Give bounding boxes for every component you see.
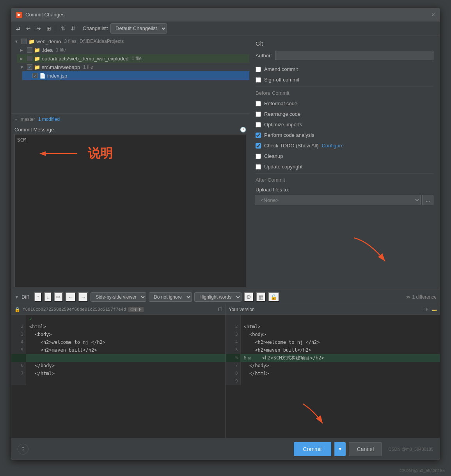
- expand-icon: ▶: [20, 48, 25, 52]
- configure-link[interactable]: Configure: [322, 143, 344, 149]
- root-checkbox[interactable]: [21, 39, 27, 44]
- diff-up-icon[interactable]: ↑: [34, 292, 42, 302]
- diff-down-icon[interactable]: ↓: [44, 292, 51, 302]
- line-num: 4: [226, 338, 241, 346]
- redo-icon[interactable]: ↪: [35, 25, 43, 32]
- commit-arrow-svg: [346, 234, 393, 265]
- tree-webapp[interactable]: ▼ 📁 src\main\webapp 1 file: [17, 63, 249, 71]
- commit-message-section: Commit Message 🕐 SCM: [11, 124, 249, 290]
- amend-commit-checkbox[interactable]: [256, 67, 261, 72]
- reformat-code-row: Reformat code: [256, 100, 433, 107]
- bottom-bar: ? Commit ▼ Cancel CSDN @m0_59430185: [11, 438, 440, 460]
- project-name: web_demo: [36, 39, 61, 44]
- upload-select[interactable]: <None>: [256, 195, 421, 205]
- expand-icon: ▶: [20, 57, 25, 61]
- webapp-checkbox[interactable]: [27, 64, 32, 70]
- left-panel: ▼ 📁 web_demo 3 files D:\IDEA\IdeaProject…: [11, 35, 249, 290]
- optimize-imports-checkbox[interactable]: [256, 122, 261, 127]
- reformat-code-checkbox[interactable]: [256, 101, 261, 106]
- upload-dots-button[interactable]: ...: [422, 195, 433, 205]
- rearrange-code-row: Rearrange code: [256, 110, 433, 118]
- diff-section: ▼ Diff ↑ ↓ ✏ ← → Side-by-side viewer Do …: [11, 290, 440, 438]
- lock-diff-icon[interactable]: 🔒: [268, 292, 279, 302]
- left-line-8: 7 </html>: [11, 370, 226, 377]
- line-num: 2: [226, 323, 241, 331]
- diff-left-icon[interactable]: ←: [66, 292, 76, 302]
- idea-name: .idea: [42, 47, 53, 53]
- status-bar: ⑂ master 1 modified: [11, 113, 249, 124]
- line-content: <body>: [26, 331, 226, 338]
- diff-count: ≫ 1 difference: [406, 294, 437, 300]
- tree-artifacts[interactable]: ▶ 📁 out\artifacts\web_demo_war_exploded …: [17, 54, 249, 63]
- upload-label: Upload files to:: [256, 187, 433, 193]
- tree-index-jsp[interactable]: 📄 index.jsp: [22, 71, 249, 80]
- columns-icon[interactable]: ▦: [256, 292, 266, 302]
- tree-idea[interactable]: ▶ 📁 .idea 1 file: [17, 46, 249, 54]
- sync-icon[interactable]: ⇄: [14, 25, 22, 32]
- perform-analysis-checkbox[interactable]: [256, 133, 261, 138]
- lock-icon: 🔒: [14, 307, 20, 312]
- changelist-select[interactable]: Default Changelist: [110, 23, 167, 34]
- line-content: [26, 377, 226, 385]
- jsp-file-icon: 📄: [39, 73, 46, 79]
- commit-msg-header: Commit Message 🕐: [14, 127, 246, 133]
- line-content: [241, 315, 440, 323]
- diff-right-lines: 2 <html> 3 <body> 4 <h2>welcome to nj </…: [226, 315, 440, 385]
- webapp-name: src\main\webapp: [42, 64, 80, 70]
- group-icon[interactable]: ⊞: [45, 25, 53, 32]
- artifacts-checkbox[interactable]: [27, 56, 32, 61]
- close-button[interactable]: ×: [431, 12, 435, 18]
- perform-analysis-label: Perform code analysis: [264, 132, 314, 138]
- lf-badge: LF: [423, 307, 428, 312]
- line-num: [11, 377, 26, 385]
- collapse-icon[interactable]: ▼: [14, 294, 19, 300]
- tree-project-root[interactable]: ▼ 📁 web_demo 3 files D:\IDEA\IdeaProject…: [11, 37, 249, 46]
- diff-icon[interactable]: ⇵: [69, 25, 77, 32]
- highlight-select[interactable]: Highlight words: [194, 292, 241, 302]
- help-button[interactable]: ?: [18, 444, 28, 455]
- checkbox-icon: ☐: [218, 307, 222, 312]
- line-num: 9: [226, 377, 241, 385]
- right-panel: Git Author: Amend commit Sign-off commit…: [249, 35, 440, 290]
- history-icon[interactable]: 🕐: [240, 127, 246, 133]
- update-copyright-checkbox[interactable]: [256, 164, 261, 170]
- commit-msg-wrapper: SCM 说明: [14, 134, 246, 287]
- diff-edit-icon[interactable]: ✏: [54, 292, 63, 302]
- sign-off-checkbox[interactable]: [256, 77, 261, 83]
- commit-message-input[interactable]: SCM: [14, 134, 246, 287]
- check-todo-row: Check TODO (Show All) Configure: [256, 142, 433, 149]
- line-content: <body>: [241, 331, 440, 338]
- idea-checkbox[interactable]: [27, 47, 32, 53]
- viewer-select[interactable]: Side-by-side viewer: [91, 292, 146, 302]
- commit-dropdown-button[interactable]: ▼: [334, 442, 346, 456]
- indexjsp-checkbox[interactable]: [32, 73, 38, 78]
- undo-icon[interactable]: ↩: [25, 25, 32, 32]
- right-line-8: 8 </html>: [226, 370, 440, 377]
- settings-icon[interactable]: ⚙: [244, 292, 254, 302]
- check-todo-checkbox[interactable]: [256, 143, 261, 149]
- perform-analysis-row: Perform code analysis: [256, 131, 433, 139]
- line-num: 7: [11, 370, 26, 377]
- sign-off-label: Sign-off commit: [264, 77, 299, 83]
- modified-count: 1 modified: [38, 117, 60, 122]
- diff-right-icon[interactable]: →: [78, 292, 88, 302]
- commit-button[interactable]: Commit: [294, 442, 331, 456]
- branch-icon: ⑂: [14, 116, 18, 122]
- project-folder-icon: 📁: [28, 39, 35, 44]
- line-content: </html>: [26, 370, 226, 377]
- line-num: 5: [226, 346, 241, 354]
- update-copyright-label: Update copyright: [264, 164, 302, 170]
- app-icon: ▶: [16, 12, 22, 18]
- cleanup-checkbox[interactable]: [256, 154, 261, 159]
- right-line-5: 5 <h2>maven built</h2>: [226, 346, 440, 354]
- line-num: 3: [226, 331, 241, 338]
- ignore-select[interactable]: Do not ignore: [149, 292, 192, 302]
- rearrange-code-checkbox[interactable]: [256, 111, 261, 117]
- line-num: [11, 315, 26, 323]
- author-input[interactable]: [275, 51, 433, 60]
- cancel-button[interactable]: Cancel: [349, 442, 382, 456]
- left-line-6-empty: [11, 354, 226, 362]
- left-line-2: 2 <html>: [11, 323, 226, 331]
- line-content: <h2>welcome to nj </h2>: [241, 338, 440, 346]
- move-icon[interactable]: ⇅: [59, 25, 67, 32]
